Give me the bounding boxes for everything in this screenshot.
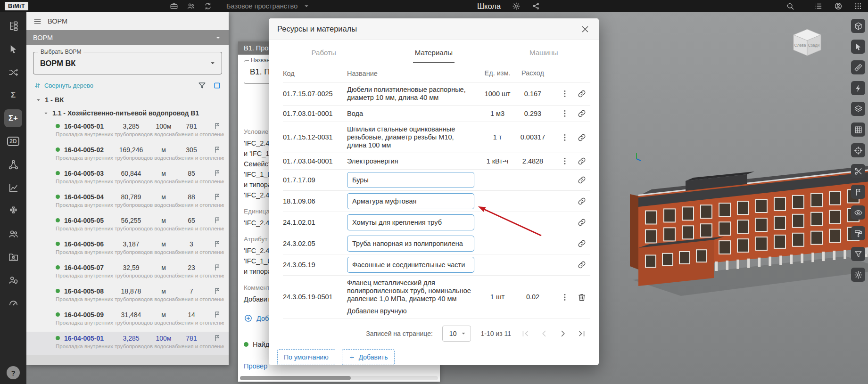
- users-icon[interactable]: [4, 225, 22, 243]
- flag-icon[interactable]: [213, 240, 221, 248]
- tree-item[interactable]: 16-04-005-0931,484м14Прокладка внутренни…: [26, 308, 229, 332]
- journal-list-icon[interactable]: [814, 2, 823, 10]
- tab-works[interactable]: Работы: [269, 41, 379, 64]
- column-header-code[interactable]: Код: [283, 70, 347, 77]
- tab-machines[interactable]: Машины: [489, 41, 599, 64]
- search-icon[interactable]: [786, 2, 794, 10]
- page-size-select[interactable]: 10: [442, 326, 471, 342]
- dashboard-icon[interactable]: [4, 294, 22, 312]
- measure-icon[interactable]: [851, 60, 865, 74]
- viewcube-left-label[interactable]: Слева: [794, 43, 806, 48]
- workspace-selector[interactable]: Базовое пространство: [226, 2, 311, 10]
- tree-item[interactable]: 16-04-005-0732,59м23Прокладка внутренних…: [26, 261, 229, 285]
- link-icon[interactable]: [577, 89, 587, 98]
- visibility-icon[interactable]: [851, 205, 865, 220]
- tree-node-group[interactable]: 1.1 - Хозяйственно-питьевой водопровод В…: [26, 106, 229, 120]
- help-button[interactable]: ?: [7, 366, 20, 379]
- clip-icon[interactable]: [851, 164, 865, 178]
- grid-icon[interactable]: [851, 123, 865, 137]
- select-cursor-icon[interactable]: [851, 40, 865, 54]
- tab-materials[interactable]: Материалы: [379, 41, 488, 64]
- flag-icon[interactable]: [213, 310, 221, 319]
- column-header-unit[interactable]: Ед. изм.: [482, 69, 513, 77]
- navigation-cube-icon[interactable]: [851, 19, 865, 33]
- sum-icon[interactable]: Σ: [4, 86, 22, 104]
- scrollbar-thumb[interactable]: [240, 376, 351, 380]
- sync-icon[interactable]: [204, 2, 212, 10]
- link-icon[interactable]: [577, 175, 587, 185]
- annotations-icon[interactable]: [851, 185, 865, 199]
- more-options-icon[interactable]: [560, 293, 570, 302]
- collapse-tree-button[interactable]: Свернуть дерево: [34, 82, 93, 89]
- last-page-icon[interactable]: [577, 329, 587, 338]
- horizontal-scrollbar[interactable]: [240, 376, 438, 380]
- select-tool-icon[interactable]: [4, 40, 22, 58]
- link-icon[interactable]: [577, 218, 587, 227]
- more-options-icon[interactable]: [560, 156, 570, 166]
- link-icon[interactable]: [577, 133, 587, 142]
- link-icon[interactable]: [577, 239, 587, 248]
- previous-page-icon[interactable]: [539, 329, 549, 338]
- flag-icon[interactable]: [213, 193, 221, 201]
- tree-item[interactable]: 16-04-005-0556,255м65Прокладка внутренни…: [26, 214, 229, 237]
- next-page-icon[interactable]: [558, 329, 568, 338]
- chart-icon[interactable]: [4, 179, 22, 196]
- storeys-icon[interactable]: [851, 102, 865, 116]
- vorm-select[interactable]: Выбрать ВОРМ ВОРМ ВК: [33, 52, 222, 74]
- tree-item[interactable]: 16-04-005-063,187м3Прокладка внутренних …: [26, 237, 229, 261]
- plugins-icon[interactable]: [4, 202, 22, 220]
- settings-gear-icon[interactable]: [512, 2, 521, 10]
- link-icon[interactable]: [577, 260, 587, 270]
- more-options-icon[interactable]: [560, 89, 570, 98]
- flag-icon[interactable]: [213, 122, 221, 130]
- tree-item[interactable]: 16-04-005-0360,844м85Прокладка внутренни…: [26, 167, 229, 190]
- link-icon[interactable]: [577, 156, 587, 166]
- paint-icon[interactable]: [851, 226, 865, 240]
- view-2d-icon[interactable]: 2D: [4, 132, 22, 150]
- sum-plus-icon[interactable]: Σ+: [4, 109, 22, 127]
- material-name-input[interactable]: [347, 172, 474, 188]
- selection-frame-icon[interactable]: [213, 82, 221, 90]
- share-icon[interactable]: [532, 2, 540, 10]
- filter-models-icon[interactable]: [851, 247, 865, 261]
- connections-icon[interactable]: [4, 63, 22, 81]
- viewer-settings-icon[interactable]: [851, 268, 865, 282]
- model-tree-icon[interactable]: [4, 17, 22, 35]
- more-options-icon[interactable]: [560, 109, 570, 118]
- toolbox-icon[interactable]: [170, 2, 178, 10]
- column-header-name[interactable]: Название: [347, 70, 482, 77]
- vorm-section-header[interactable]: ВОРМ: [26, 30, 229, 45]
- shared-folder-icon[interactable]: [4, 248, 22, 266]
- panel-menu-icon[interactable]: [33, 17, 42, 26]
- locate-icon[interactable]: [851, 143, 865, 157]
- tree-item[interactable]: 16-04-005-0480,789м88Прокладка внутренни…: [26, 190, 229, 214]
- link-icon[interactable]: [577, 109, 587, 118]
- flag-icon[interactable]: [213, 146, 221, 154]
- material-name-input[interactable]: [347, 257, 474, 273]
- flag-icon[interactable]: [213, 287, 221, 295]
- first-page-icon[interactable]: [521, 329, 530, 338]
- default-button[interactable]: По умолчанию: [277, 349, 335, 365]
- tree-item[interactable]: 16-04-005-013,285100м781Прокладка внутре…: [26, 120, 229, 143]
- material-name-input[interactable]: [347, 236, 474, 252]
- link-icon[interactable]: [577, 196, 587, 206]
- tree-item[interactable]: 16-04-005-0818,878м7Прокладка внутренних…: [26, 285, 229, 308]
- flag-icon[interactable]: [213, 169, 221, 177]
- tree-node-root[interactable]: 1 - ВК: [26, 93, 229, 106]
- structure-icon[interactable]: [4, 155, 22, 173]
- tree-item[interactable]: 16-04-005-02169,246м305Прокладка внутрен…: [26, 143, 229, 167]
- flag-icon[interactable]: [213, 216, 221, 224]
- flag-icon[interactable]: [213, 263, 221, 271]
- close-icon[interactable]: [580, 24, 590, 34]
- delete-icon[interactable]: [577, 293, 587, 302]
- material-name-input[interactable]: [347, 193, 474, 209]
- column-header-rate[interactable]: Расход: [513, 69, 553, 77]
- tree-item[interactable]: 16-04-005-013,285100м781Прокладка внутре…: [26, 332, 229, 355]
- filter-icon[interactable]: [198, 81, 207, 90]
- add-button[interactable]: Добавить: [342, 349, 395, 365]
- view-cube[interactable]: Слева Сзади: [790, 25, 825, 60]
- more-options-icon[interactable]: [560, 133, 570, 142]
- flag-icon[interactable]: [213, 334, 221, 342]
- viewcube-right-label[interactable]: Сзади: [808, 43, 820, 48]
- bolt-icon[interactable]: [851, 81, 865, 95]
